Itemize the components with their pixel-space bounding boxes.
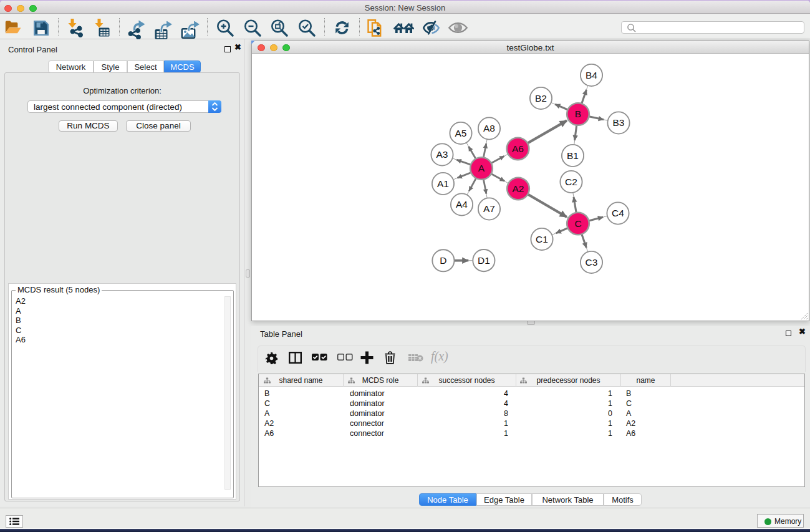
svg-text:B3: B3 <box>613 117 625 128</box>
svg-text:B: B <box>575 109 581 119</box>
svg-text:C2: C2 <box>565 177 577 187</box>
svg-text:C: C <box>574 218 581 229</box>
svg-text:C3: C3 <box>586 257 598 268</box>
svg-text:A4: A4 <box>456 199 468 210</box>
svg-text:A5: A5 <box>455 128 467 138</box>
svg-text:A7: A7 <box>483 203 495 214</box>
svg-text:B4: B4 <box>586 70 597 80</box>
svg-text:B1: B1 <box>567 150 579 161</box>
svg-text:A3: A3 <box>436 149 448 160</box>
svg-text:A: A <box>478 163 485 173</box>
svg-text:A6: A6 <box>512 143 524 154</box>
svg-text:C4: C4 <box>612 208 624 218</box>
svg-text:B2: B2 <box>535 93 547 104</box>
svg-text:A8: A8 <box>483 123 495 133</box>
svg-text:A1: A1 <box>437 178 449 189</box>
svg-text:C1: C1 <box>536 234 548 244</box>
svg-text:A2: A2 <box>513 183 524 194</box>
svg-text:D: D <box>440 255 446 266</box>
svg-text:D1: D1 <box>478 255 490 266</box>
